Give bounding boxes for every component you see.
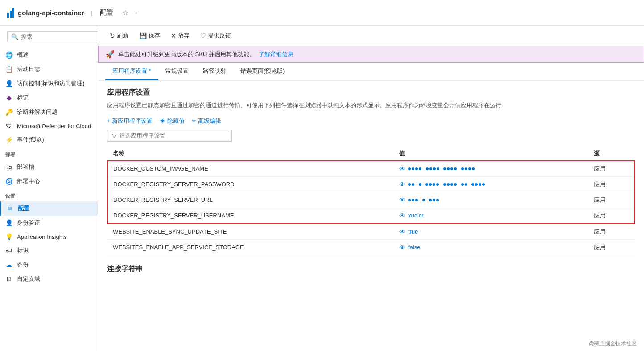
- setting-name: WEBSITE_ENABLE_SYNC_UPDATE_SITE: [107, 224, 394, 240]
- topbar-actions: ☆ ···: [122, 8, 138, 17]
- sidebar-item-deployment-center[interactable]: 🌀 部署中心: [0, 174, 98, 188]
- discard-icon: ✕: [171, 32, 176, 39]
- sidebar-item-identity[interactable]: 👤 身份验证: [0, 216, 98, 230]
- identity-icon: 👤: [5, 219, 12, 226]
- masked-value: [408, 181, 485, 188]
- setting-value: 👁: [394, 176, 589, 192]
- tag-icon: ◆: [5, 94, 12, 101]
- table-row: WEBSITES_ENABLE_APP_SERVICE_STORAGE 👁 fa…: [107, 239, 635, 255]
- eye-icon[interactable]: 👁: [399, 228, 405, 235]
- sidebar-item-overview[interactable]: 🌐 概述: [0, 48, 98, 62]
- section-label-deploy: 部署: [0, 147, 98, 160]
- refresh-icon: ↻: [110, 32, 115, 39]
- sidebar-item-label: 自定义域: [17, 275, 40, 283]
- sidebar-item-tags[interactable]: ◆ 标记: [0, 91, 98, 105]
- banner-link[interactable]: 了解详细信息: [259, 50, 293, 58]
- setting-value: 👁 true: [394, 224, 589, 240]
- eye-icon[interactable]: 👁: [399, 165, 405, 172]
- advanced-edit-button[interactable]: ✏ 高级编辑: [192, 117, 222, 125]
- globe-icon: 🌐: [5, 51, 12, 58]
- setting-source: 应用: [589, 192, 635, 208]
- upgrade-banner[interactable]: 🚀 单击此处可升级到更高版本的 SKU 并启用其他功能。 了解详细信息: [98, 46, 644, 63]
- sidebar-item-config[interactable]: ≡ 配置: [0, 201, 98, 216]
- sidebar-item-labels[interactable]: 🏷 标识: [0, 243, 98, 258]
- sidebar-item-app-insights[interactable]: 💡 Application Insights: [0, 230, 98, 243]
- sidebar-item-deployment-slot[interactable]: 🗂 部署槽: [0, 160, 98, 174]
- sidebar-item-defender[interactable]: 🛡 Microsoft Defender for Cloud: [0, 119, 98, 133]
- filter-bar[interactable]: ▽: [107, 130, 232, 142]
- folder-icon: 🗂: [5, 163, 12, 171]
- sidebar-item-label: 诊断并解决问题: [17, 108, 58, 116]
- sidebar-item-diagnose[interactable]: 🔑 诊断并解决问题: [0, 105, 98, 119]
- sidebar-item-activity-log[interactable]: 📋 活动日志: [0, 62, 98, 76]
- sidebar: 🔍 « 🌐 概述 📋 活动日志 👤 访问控制(标识和访问管理) ◆ 标记 🔑 诊…: [0, 26, 98, 351]
- setting-source: 应用: [589, 161, 635, 177]
- sidebar-item-backup[interactable]: ☁ 备份: [0, 258, 98, 272]
- eye-icon[interactable]: 👁: [399, 212, 405, 219]
- col-header-name: 名称: [107, 147, 394, 161]
- sidebar-item-label: 备份: [17, 261, 29, 269]
- table-row: DOCKER_REGISTRY_SERVER_USERNAME 👁 xueicr…: [107, 208, 635, 224]
- watermark: @稀土掘金技术社区: [589, 340, 637, 347]
- filter-input[interactable]: [119, 132, 227, 139]
- action-bar: + 新应用程序设置 ◈ 隐藏值 ✏ 高级编辑: [107, 117, 635, 125]
- config-icon: ≡: [6, 205, 13, 212]
- lightning-icon: ⚡: [5, 136, 12, 143]
- person-icon: 👤: [5, 80, 12, 87]
- app-title: golang-api-container: [18, 9, 84, 17]
- sidebar-item-custom-domain[interactable]: 🖥 自定义域: [0, 272, 98, 286]
- setting-name: DOCKER_REGISTRY_SERVER_USERNAME: [107, 208, 394, 224]
- eye-icon[interactable]: 👁: [399, 181, 405, 188]
- key-icon: 🔑: [5, 109, 12, 116]
- sidebar-item-events[interactable]: ⚡ 事件(预览): [0, 133, 98, 147]
- sidebar-item-label: 身份验证: [17, 219, 40, 227]
- tab-path-mapping[interactable]: 路径映射: [196, 63, 233, 80]
- search-icon: 🔍: [11, 33, 18, 40]
- tab-app-settings[interactable]: 应用程序设置 *: [105, 63, 158, 80]
- sidebar-item-label: 概述: [17, 51, 29, 59]
- topbar: golang-api-container | 配置 ☆ ···: [0, 0, 644, 26]
- favorite-icon[interactable]: ☆: [122, 8, 128, 17]
- sidebar-search-container[interactable]: 🔍: [7, 31, 98, 42]
- setting-name: DOCKER_REGISTRY_SERVER_URL: [107, 192, 394, 208]
- setting-value-text: xueicr: [408, 212, 424, 219]
- settings-table: 名称 值 源 DOCKER_CUSTOM_IMAGE_NAME 👁: [107, 147, 635, 255]
- shield-icon: 🛡: [5, 122, 12, 130]
- setting-value: 👁: [394, 192, 589, 208]
- sidebar-item-label: 活动日志: [17, 65, 40, 73]
- sidebar-item-label: 标记: [17, 94, 29, 102]
- title-separator: |: [91, 9, 92, 16]
- brand-icon: [7, 8, 14, 18]
- eye-icon[interactable]: 👁: [399, 196, 405, 204]
- label-icon: 🏷: [5, 247, 12, 254]
- toolbar: ↻ 刷新 💾 保存 ✕ 放弃 ♡ 提供反馈: [98, 26, 644, 46]
- tab-general-settings[interactable]: 常规设置: [158, 63, 196, 80]
- table-row: DOCKER_REGISTRY_SERVER_PASSWORD 👁: [107, 176, 635, 192]
- refresh-button[interactable]: ↻ 刷新: [105, 29, 133, 42]
- sidebar-item-label: 部署槽: [17, 163, 34, 171]
- table-row: WEBSITE_ENABLE_SYNC_UPDATE_SITE 👁 true 应…: [107, 224, 635, 240]
- sidebar-item-access-control[interactable]: 👤 访问控制(标识和访问管理): [0, 76, 98, 91]
- sidebar-item-label: 部署中心: [17, 177, 40, 185]
- tab-error-pages[interactable]: 错误页面(预览版): [233, 63, 292, 80]
- insights-icon: 💡: [5, 233, 12, 240]
- hidden-values-button[interactable]: ◈ 隐藏值: [160, 117, 185, 125]
- add-setting-button[interactable]: + 新应用程序设置: [107, 117, 153, 125]
- save-button[interactable]: 💾 保存: [135, 29, 165, 42]
- monitor-icon: 🖥: [5, 276, 12, 283]
- masked-value: [408, 165, 475, 172]
- brand: golang-api-container | 配置 ☆ ···: [7, 8, 138, 18]
- col-header-value: 值: [394, 147, 589, 161]
- masked-value: [408, 196, 439, 203]
- eye-icon[interactable]: 👁: [399, 244, 405, 251]
- more-icon[interactable]: ···: [132, 9, 138, 17]
- setting-value-text: true: [408, 228, 418, 235]
- search-input[interactable]: [21, 33, 96, 40]
- heart-icon: ♡: [200, 32, 206, 39]
- feedback-button[interactable]: ♡ 提供反馈: [196, 29, 235, 42]
- section-label-settings: 设置: [0, 188, 98, 201]
- table-row: DOCKER_CUSTOM_IMAGE_NAME 👁: [107, 161, 635, 177]
- discard-button[interactable]: ✕ 放弃: [166, 29, 194, 42]
- setting-name: DOCKER_REGISTRY_SERVER_PASSWORD: [107, 176, 394, 192]
- main-layout: 🔍 « 🌐 概述 📋 活动日志 👤 访问控制(标识和访问管理) ◆ 标记 🔑 诊…: [0, 26, 644, 351]
